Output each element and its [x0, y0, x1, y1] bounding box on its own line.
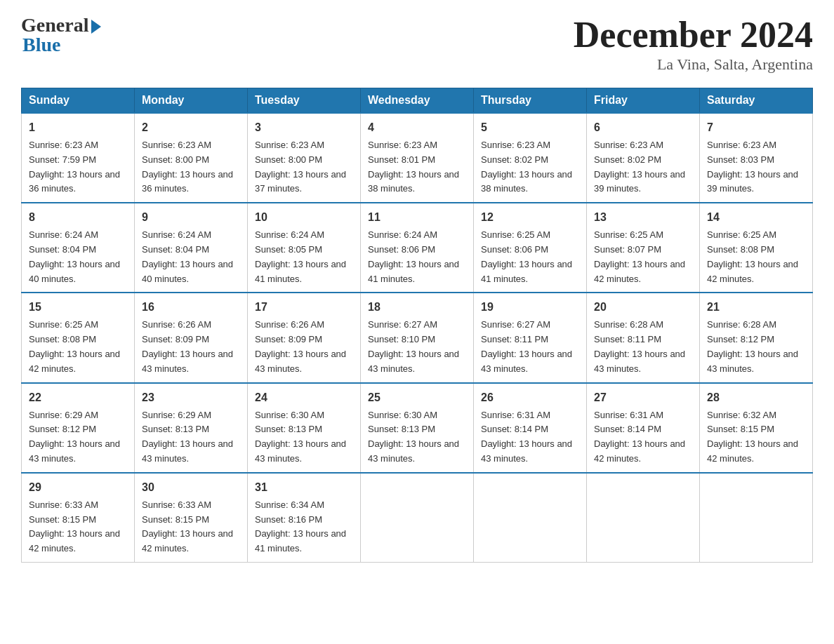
- calendar-cell: 31Sunrise: 6:34 AMSunset: 8:16 PMDayligh…: [248, 473, 361, 563]
- day-info: Sunrise: 6:28 AMSunset: 8:11 PMDaylight:…: [594, 318, 692, 376]
- calendar-table: SundayMondayTuesdayWednesdayThursdayFrid…: [21, 88, 813, 563]
- day-info: Sunrise: 6:25 AMSunset: 8:07 PMDaylight:…: [594, 228, 692, 286]
- day-number: 24: [255, 389, 353, 406]
- calendar-cell: 18Sunrise: 6:27 AMSunset: 8:10 PMDayligh…: [361, 293, 474, 382]
- calendar-week-row: 29Sunrise: 6:33 AMSunset: 8:15 PMDayligh…: [22, 473, 813, 563]
- calendar-cell: 2Sunrise: 6:23 AMSunset: 8:00 PMDaylight…: [135, 113, 248, 203]
- day-of-week-header: Friday: [587, 88, 700, 114]
- calendar-cell: 15Sunrise: 6:25 AMSunset: 8:08 PMDayligh…: [22, 293, 135, 382]
- calendar-cell: 12Sunrise: 6:25 AMSunset: 8:06 PMDayligh…: [474, 203, 587, 293]
- day-number: 23: [142, 389, 240, 406]
- day-number: 17: [255, 299, 353, 316]
- day-number: 31: [255, 479, 353, 496]
- day-number: 21: [707, 299, 805, 316]
- calendar-cell: 27Sunrise: 6:31 AMSunset: 8:14 PMDayligh…: [587, 383, 700, 473]
- day-number: 3: [255, 119, 353, 136]
- day-info: Sunrise: 6:30 AMSunset: 8:13 PMDaylight:…: [255, 408, 353, 467]
- day-number: 19: [481, 299, 579, 316]
- title-section: December 2024 La Vina, Salta, Argentina: [574, 14, 813, 74]
- day-number: 14: [707, 209, 805, 226]
- day-number: 6: [594, 119, 692, 136]
- calendar-cell: [587, 473, 700, 563]
- day-info: Sunrise: 6:24 AMSunset: 8:04 PMDaylight:…: [142, 228, 240, 286]
- day-info: Sunrise: 6:31 AMSunset: 8:14 PMDaylight:…: [594, 408, 692, 467]
- day-info: Sunrise: 6:23 AMSunset: 8:00 PMDaylight:…: [255, 138, 353, 196]
- calendar-cell: [361, 473, 474, 563]
- day-of-week-header: Tuesday: [248, 88, 361, 114]
- calendar-cell: [700, 473, 813, 563]
- day-number: 7: [707, 119, 805, 136]
- calendar-cell: 30Sunrise: 6:33 AMSunset: 8:15 PMDayligh…: [135, 473, 248, 563]
- day-number: 26: [481, 389, 579, 406]
- calendar-cell: 20Sunrise: 6:28 AMSunset: 8:11 PMDayligh…: [587, 293, 700, 382]
- month-title: December 2024: [574, 14, 813, 55]
- day-number: 16: [142, 299, 240, 316]
- day-of-week-header: Thursday: [474, 88, 587, 114]
- day-number: 27: [594, 389, 692, 406]
- day-number: 30: [142, 479, 240, 496]
- page-header: General Blue December 2024 La Vina, Salt…: [21, 14, 813, 74]
- day-info: Sunrise: 6:34 AMSunset: 8:16 PMDaylight:…: [255, 498, 353, 556]
- calendar-cell: 17Sunrise: 6:26 AMSunset: 8:09 PMDayligh…: [248, 293, 361, 382]
- calendar-cell: 4Sunrise: 6:23 AMSunset: 8:01 PMDaylight…: [361, 113, 474, 203]
- day-info: Sunrise: 6:26 AMSunset: 8:09 PMDaylight:…: [142, 318, 240, 376]
- day-info: Sunrise: 6:23 AMSunset: 8:02 PMDaylight:…: [594, 138, 692, 196]
- day-number: 10: [255, 209, 353, 226]
- day-number: 29: [29, 479, 127, 496]
- calendar-cell: 19Sunrise: 6:27 AMSunset: 8:11 PMDayligh…: [474, 293, 587, 382]
- day-info: Sunrise: 6:30 AMSunset: 8:13 PMDaylight:…: [368, 408, 466, 467]
- logo: General Blue: [21, 14, 101, 56]
- day-info: Sunrise: 6:27 AMSunset: 8:10 PMDaylight:…: [368, 318, 466, 376]
- location-subtitle: La Vina, Salta, Argentina: [574, 55, 813, 74]
- calendar-cell: 25Sunrise: 6:30 AMSunset: 8:13 PMDayligh…: [361, 383, 474, 473]
- day-number: 12: [481, 209, 579, 226]
- day-info: Sunrise: 6:28 AMSunset: 8:12 PMDaylight:…: [707, 318, 805, 376]
- calendar-cell: 10Sunrise: 6:24 AMSunset: 8:05 PMDayligh…: [248, 203, 361, 293]
- day-info: Sunrise: 6:27 AMSunset: 8:11 PMDaylight:…: [481, 318, 579, 376]
- day-number: 9: [142, 209, 240, 226]
- day-info: Sunrise: 6:24 AMSunset: 8:05 PMDaylight:…: [255, 228, 353, 286]
- day-info: Sunrise: 6:25 AMSunset: 8:08 PMDaylight:…: [29, 318, 127, 376]
- day-info: Sunrise: 6:32 AMSunset: 8:15 PMDaylight:…: [707, 408, 805, 467]
- calendar-cell: 3Sunrise: 6:23 AMSunset: 8:00 PMDaylight…: [248, 113, 361, 203]
- calendar-cell: 7Sunrise: 6:23 AMSunset: 8:03 PMDaylight…: [700, 113, 813, 203]
- calendar-cell: [474, 473, 587, 563]
- day-number: 8: [29, 209, 127, 226]
- day-of-week-header: Wednesday: [361, 88, 474, 114]
- logo-blue-text: Blue: [21, 34, 60, 56]
- day-number: 22: [29, 389, 127, 406]
- day-info: Sunrise: 6:29 AMSunset: 8:13 PMDaylight:…: [142, 408, 240, 467]
- calendar-cell: 23Sunrise: 6:29 AMSunset: 8:13 PMDayligh…: [135, 383, 248, 473]
- day-number: 13: [594, 209, 692, 226]
- calendar-week-row: 8Sunrise: 6:24 AMSunset: 8:04 PMDaylight…: [22, 203, 813, 293]
- day-info: Sunrise: 6:31 AMSunset: 8:14 PMDaylight:…: [481, 408, 579, 467]
- logo-arrow-icon: [91, 20, 101, 34]
- calendar-cell: 16Sunrise: 6:26 AMSunset: 8:09 PMDayligh…: [135, 293, 248, 382]
- day-info: Sunrise: 6:25 AMSunset: 8:08 PMDaylight:…: [707, 228, 805, 286]
- calendar-cell: 5Sunrise: 6:23 AMSunset: 8:02 PMDaylight…: [474, 113, 587, 203]
- calendar-cell: 29Sunrise: 6:33 AMSunset: 8:15 PMDayligh…: [22, 473, 135, 563]
- calendar-cell: 26Sunrise: 6:31 AMSunset: 8:14 PMDayligh…: [474, 383, 587, 473]
- day-number: 15: [29, 299, 127, 316]
- calendar-week-row: 22Sunrise: 6:29 AMSunset: 8:12 PMDayligh…: [22, 383, 813, 473]
- day-info: Sunrise: 6:23 AMSunset: 7:59 PMDaylight:…: [29, 138, 127, 196]
- calendar-cell: 21Sunrise: 6:28 AMSunset: 8:12 PMDayligh…: [700, 293, 813, 382]
- day-info: Sunrise: 6:33 AMSunset: 8:15 PMDaylight:…: [29, 498, 127, 556]
- day-info: Sunrise: 6:23 AMSunset: 8:01 PMDaylight:…: [368, 138, 466, 196]
- day-info: Sunrise: 6:23 AMSunset: 8:03 PMDaylight:…: [707, 138, 805, 196]
- day-info: Sunrise: 6:26 AMSunset: 8:09 PMDaylight:…: [255, 318, 353, 376]
- day-info: Sunrise: 6:24 AMSunset: 8:06 PMDaylight:…: [368, 228, 466, 286]
- day-number: 20: [594, 299, 692, 316]
- day-number: 5: [481, 119, 579, 136]
- day-number: 18: [368, 299, 466, 316]
- day-info: Sunrise: 6:23 AMSunset: 8:02 PMDaylight:…: [481, 138, 579, 196]
- day-info: Sunrise: 6:29 AMSunset: 8:12 PMDaylight:…: [29, 408, 127, 467]
- calendar-week-row: 1Sunrise: 6:23 AMSunset: 7:59 PMDaylight…: [22, 113, 813, 203]
- calendar-cell: 9Sunrise: 6:24 AMSunset: 8:04 PMDaylight…: [135, 203, 248, 293]
- calendar-cell: 13Sunrise: 6:25 AMSunset: 8:07 PMDayligh…: [587, 203, 700, 293]
- day-number: 1: [29, 119, 127, 136]
- day-number: 25: [368, 389, 466, 406]
- day-number: 2: [142, 119, 240, 136]
- day-number: 28: [707, 389, 805, 406]
- calendar-week-row: 15Sunrise: 6:25 AMSunset: 8:08 PMDayligh…: [22, 293, 813, 382]
